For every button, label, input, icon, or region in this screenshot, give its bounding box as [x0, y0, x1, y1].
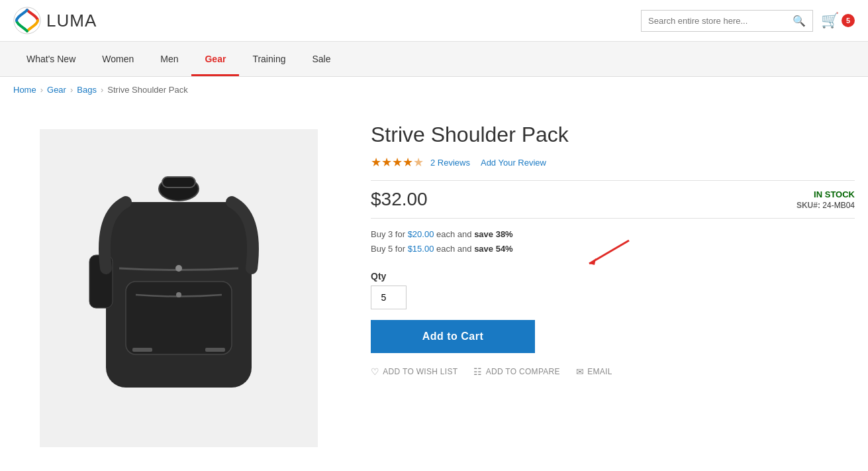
add-review-link[interactable]: Add Your Review: [481, 158, 546, 168]
breadcrumb-current: Strive Shoulder Pack: [107, 85, 187, 95]
email-icon: ✉: [576, 366, 584, 377]
stock-info: IN STOCK SKU#: 24-MB04: [796, 189, 855, 210]
email-link[interactable]: ✉ EMAIL: [576, 366, 612, 377]
red-arrow-annotation: [583, 237, 636, 270]
header: LUMA 🔍 🛒 5: [0, 0, 868, 42]
add-to-cart-button[interactable]: Add to Cart: [371, 320, 535, 353]
svg-rect-8: [132, 348, 152, 352]
nav-item-gear[interactable]: Gear: [191, 42, 239, 76]
cart-badge: 5: [842, 14, 855, 27]
luma-logo-icon: [13, 7, 41, 34]
search-input[interactable]: [648, 16, 793, 26]
breadcrumb: Home › Gear › Bags › Strive Shoulder Pac…: [0, 77, 868, 103]
svg-rect-5: [162, 177, 195, 187]
svg-point-6: [175, 265, 182, 272]
qty-section: Qty: [371, 271, 855, 309]
wishlist-label: ADD TO WISH LIST: [383, 367, 458, 376]
cart-icon: 🛒: [821, 12, 839, 29]
product-image-area: [13, 116, 344, 460]
svg-rect-9: [205, 348, 225, 352]
tier2-save: save 54%: [474, 244, 513, 254]
product-info: Strive Shoulder Pack ★★★★★ 2 Reviews Add…: [371, 116, 855, 460]
logo-text: LUMA: [46, 11, 97, 31]
nav-item-training[interactable]: Training: [239, 42, 299, 76]
breadcrumb-bags[interactable]: Bags: [77, 85, 97, 95]
logo-area[interactable]: LUMA: [13, 7, 97, 34]
product-stars: ★★★★★: [371, 155, 424, 170]
email-label: EMAIL: [587, 367, 612, 376]
sku-value: 24-MB04: [822, 201, 855, 210]
action-links: ♡ ADD TO WISH LIST ☷ ADD TO COMPARE ✉ EM…: [371, 366, 855, 377]
search-button[interactable]: 🔍: [793, 15, 806, 27]
qty-label: Qty: [371, 271, 855, 282]
price-stock-row: $32.00 IN STOCK SKU#: 24-MB04: [371, 180, 855, 219]
tier1-suffix: each and: [434, 229, 474, 239]
breadcrumb-sep-1: ›: [40, 85, 43, 95]
product-image-svg: [66, 149, 291, 427]
tier2-price: $15.00: [408, 244, 434, 254]
tiered-pricing: Buy 3 for $20.00 each and save 38% Buy 5…: [371, 229, 855, 258]
nav-item-whats-new[interactable]: What's New: [13, 42, 89, 76]
tier2-suffix: each and: [434, 244, 474, 254]
tier1-save: save 38%: [474, 229, 513, 239]
header-right: 🔍 🛒 5: [641, 10, 855, 32]
rating-area: ★★★★★ 2 Reviews Add Your Review: [371, 155, 855, 170]
compare-icon: ☷: [473, 366, 482, 377]
in-stock-label: IN STOCK: [796, 189, 855, 199]
product-price: $32.00: [371, 189, 428, 210]
product-page: Strive Shoulder Pack ★★★★★ 2 Reviews Add…: [0, 103, 868, 471]
nav-item-sale[interactable]: Sale: [299, 42, 344, 76]
breadcrumb-sep-2: ›: [70, 85, 73, 95]
cart-area[interactable]: 🛒 5: [821, 12, 855, 29]
sku-label: SKU#:: [796, 201, 820, 210]
add-to-wishlist-link[interactable]: ♡ ADD TO WISH LIST: [371, 366, 458, 377]
reviews-link[interactable]: 2 Reviews: [430, 158, 470, 168]
nav-item-men[interactable]: Men: [147, 42, 191, 76]
add-to-compare-link[interactable]: ☷ ADD TO COMPARE: [473, 366, 560, 377]
qty-input[interactable]: [371, 286, 407, 309]
compare-label: ADD TO COMPARE: [486, 367, 560, 376]
product-image: [40, 129, 318, 447]
product-title: Strive Shoulder Pack: [371, 123, 855, 147]
tier2-text: Buy 5 for: [371, 244, 408, 254]
tier2-container: Buy 5 for $15.00 each and save 54%: [371, 244, 855, 258]
nav-item-women[interactable]: Women: [89, 42, 147, 76]
sku-line: SKU#: 24-MB04: [796, 201, 855, 210]
heart-icon: ♡: [371, 366, 379, 377]
breadcrumb-gear[interactable]: Gear: [47, 85, 66, 95]
breadcrumb-sep-3: ›: [101, 85, 103, 95]
tier1-text: Buy 3 for: [371, 229, 408, 239]
main-nav: What's New Women Men Gear Training Sale: [0, 42, 868, 77]
svg-point-7: [176, 292, 181, 297]
tier1-price: $20.00: [408, 229, 434, 239]
breadcrumb-home[interactable]: Home: [13, 85, 36, 95]
search-box[interactable]: 🔍: [641, 10, 813, 32]
